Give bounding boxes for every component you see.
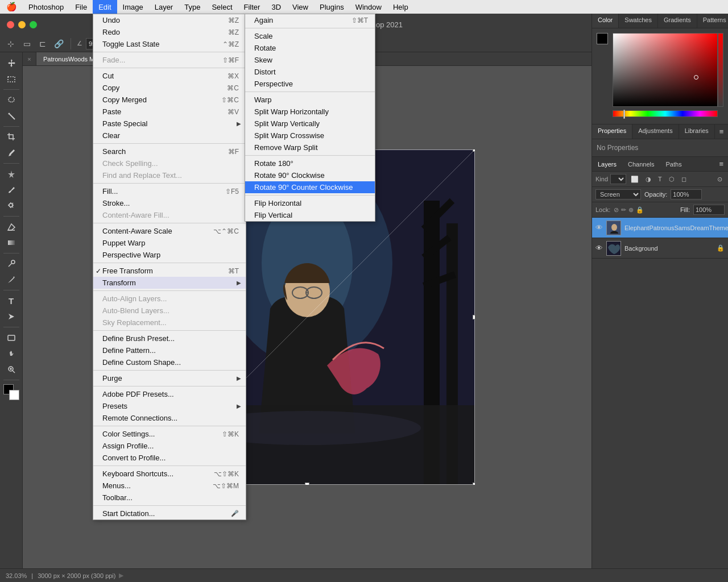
tab-properties[interactable]: Properties [592,124,632,139]
menu-fill[interactable]: Fill... ⇧F5 [93,185,246,197]
blend-mode-select[interactable]: Screen [595,189,641,199]
menubar-help[interactable]: Help [387,0,414,14]
menu-perspective-warp[interactable]: Perspective Warp [93,249,246,261]
transform-remove-warp-split[interactable]: Remove Warp Split [245,142,375,153]
transform-skew[interactable]: Skew [245,54,375,66]
color-gradient[interactable] [613,33,718,107]
tool-crop[interactable] [3,130,20,144]
menubar-edit[interactable]: Edit [93,0,117,14]
menu-auto-align[interactable]: Auto-Align Layers... [93,293,246,305]
alpha-slider[interactable] [718,33,723,107]
menu-toggle-last-state[interactable]: Toggle Last State ⌃⌘Z [93,38,246,50]
transform-flip-h[interactable]: Flip Horizontal [245,197,375,209]
tab-gradients[interactable]: Gradients [658,14,697,28]
filter-type-btn[interactable]: T [656,174,664,184]
menu-puppet-warp[interactable]: Puppet Warp [93,237,246,249]
status-arrow[interactable]: ▶ [115,572,123,579]
layer-item-2[interactable]: 👁 Background 🔒 [592,238,728,259]
tool-move[interactable] [3,56,20,70]
transform-split-warp-cross[interactable]: Split Warp Crosswise [245,130,375,142]
transform-rotate-90-ccw[interactable]: Rotate 90° Counter Clockwise [245,181,375,193]
menu-redo[interactable]: Redo ⌘Z [93,26,246,38]
menu-paste-special[interactable]: Paste Special ▶ [93,118,246,130]
tool-eraser[interactable] [3,219,20,234]
menu-cut[interactable]: Cut ⌘X [93,70,246,82]
layer-visibility-2[interactable]: 👁 [595,244,603,252]
menu-menus[interactable]: Menus... ⌥⇧⌘M [93,480,246,492]
menubar-window[interactable]: Window [350,0,387,14]
tab-patterns[interactable]: Patterns [697,14,728,28]
menubar-photoshop[interactable]: Photoshop [23,0,69,14]
menu-define-pattern[interactable]: Define Pattern... [93,344,246,356]
options-icon-btn-1[interactable]: ⊹ [5,38,17,50]
kind-select[interactable] [610,174,626,184]
menubar-filter[interactable]: Filter [238,0,266,14]
tab-close-icon[interactable]: × [23,52,36,65]
transform-perspective[interactable]: Perspective [245,78,375,90]
transform-rotate-180[interactable]: Rotate 180° [245,157,375,169]
tool-select-rect[interactable] [3,72,20,86]
tab-libraries[interactable]: Libraries [679,124,715,139]
transform-rotate[interactable]: Rotate [245,42,375,54]
opacity-input[interactable] [671,189,702,199]
transform-flip-v[interactable]: Flip Vertical [245,209,375,221]
lock-position-btn[interactable]: ⊕ [628,206,634,214]
menu-toolbar[interactable]: Toolbar... [93,492,246,504]
tab-swatches[interactable]: Swatches [619,14,658,28]
menu-assign-profile[interactable]: Assign Profile... [93,440,246,452]
menu-define-custom-shape[interactable]: Define Custom Shape... [93,356,246,368]
menu-transform[interactable]: Transform ▶ [93,277,246,289]
menubar-image[interactable]: Image [117,0,149,14]
menu-stroke[interactable]: Stroke... [93,197,246,209]
properties-menu-icon[interactable]: ≡ [715,124,728,139]
menu-define-brush[interactable]: Define Brush Preset... [93,332,246,344]
menubar-layer[interactable]: Layer [149,0,179,14]
tool-healing[interactable] [3,167,20,181]
color-picker[interactable] [613,33,723,117]
tool-zoom[interactable] [3,362,20,377]
fill-input[interactable] [693,205,725,215]
menu-sky-replacement[interactable]: Sky Replacement... [93,317,246,329]
menubar-plugins[interactable]: Plugins [314,0,350,14]
window-close-button[interactable] [7,21,14,28]
transform-again[interactable]: Again ⇧⌘T [245,14,375,26]
menubar-select[interactable]: Select [206,0,238,14]
options-icon-btn-4[interactable]: 🔗 [52,38,65,50]
transform-handle-bm[interactable] [305,483,309,485]
options-icon-btn-2[interactable]: ▭ [20,38,33,50]
layer-item-1[interactable]: 👁 ElephantPatronusSamsDreamThemes [592,218,728,238]
tool-path-select[interactable] [3,309,20,324]
tool-lasso[interactable] [3,93,20,107]
menu-copy-merged[interactable]: Copy Merged ⇧⌘C [93,94,246,106]
tool-hand[interactable] [3,346,20,361]
menu-undo[interactable]: Undo ⌘Z [93,14,246,26]
menu-check-spelling[interactable]: Check Spelling... [93,157,246,169]
transform-handle-br[interactable] [473,483,475,485]
menu-adobe-pdf-presets[interactable]: Adobe PDF Presets... [93,388,246,400]
tool-magic-wand[interactable] [3,109,20,123]
transform-scale[interactable]: Scale [245,30,375,42]
transform-rotate-90-cw[interactable]: Rotate 90° Clockwise [245,169,375,181]
transform-distort[interactable]: Distort [245,66,375,78]
menu-purge[interactable]: Purge ▶ [93,372,246,384]
menu-free-transform[interactable]: Free Transform ⌘T [93,265,246,277]
options-icon-btn-3[interactable]: ⊏ [36,38,49,50]
tool-brush[interactable] [3,182,20,197]
menu-presets[interactable]: Presets ▶ [93,400,246,412]
menu-convert-to-profile[interactable]: Convert to Profile... [93,452,246,464]
menu-copy[interactable]: Copy ⌘C [93,82,246,94]
window-maximize-button[interactable] [30,21,37,28]
menu-keyboard-shortcuts[interactable]: Keyboard Shortcuts... ⌥⇧⌘K [93,468,246,480]
menu-color-settings[interactable]: Color Settings... ⇧⌘K [93,428,246,440]
filter-shape-btn[interactable]: ⬡ [667,174,677,184]
menu-paste[interactable]: Paste ⌘V [93,106,246,118]
tab-channels[interactable]: Channels [622,158,660,171]
fg-bg-swatch[interactable] [3,384,19,400]
menubar-file[interactable]: File [69,0,93,14]
menubar-3d[interactable]: 3D [266,0,287,14]
transform-handle-mr[interactable] [473,315,475,319]
tool-pen[interactable] [3,272,20,287]
window-minimize-button[interactable] [18,21,26,28]
tab-layers[interactable]: Layers [592,158,622,171]
tool-eyedropper[interactable] [3,146,20,160]
